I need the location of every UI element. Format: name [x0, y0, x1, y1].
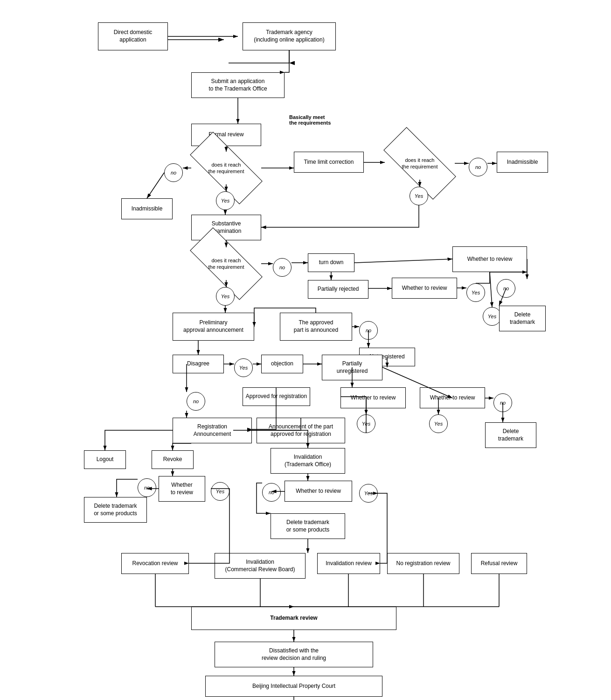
- approved-registration-box: Approved for registration: [243, 387, 310, 406]
- svg-line-22: [354, 259, 452, 263]
- dissatisfied-box: Dissatisfied with the review decision an…: [215, 642, 373, 667]
- circle-no-wr5-left: no: [138, 478, 156, 497]
- circle-no-1: no: [164, 163, 183, 182]
- circle-yes-wr1: Yes: [483, 307, 501, 326]
- no-registration-review-box: No registration review: [387, 553, 459, 574]
- whether-review-2-box: Whether to review: [392, 278, 457, 299]
- objection-box: objection: [261, 355, 303, 373]
- circle-yes-wr3: Yes: [357, 414, 375, 433]
- preliminary-approval-box: Preliminary approval announcement: [173, 313, 254, 341]
- circle-no-wr4: no: [493, 393, 512, 412]
- trademark-review-box: Trademark review: [191, 607, 396, 630]
- approved-part-announced-box: The approved part is announced: [280, 313, 352, 341]
- whether-review-4-box: Whether to review: [420, 387, 485, 408]
- turn-down-box: turn down: [308, 253, 354, 272]
- circle-no-wr6: no: [262, 483, 281, 502]
- circle-yes-wr4: Yes: [429, 414, 448, 433]
- substantive-examination-box: Substantive examination: [191, 215, 261, 240]
- svg-line-28: [490, 272, 492, 307]
- invalidation-review-box: Invalidation review: [317, 553, 380, 574]
- circle-yes-1: Yes: [216, 191, 235, 210]
- submit-application-box: Submit an application to the Trademark O…: [191, 72, 285, 98]
- basically-meet-label: Basically meet the requirements: [289, 114, 331, 126]
- circle-yes-2: Yes: [410, 187, 428, 205]
- circle-yes-dis: Yes: [234, 358, 253, 377]
- connection-arrows: [61, 5, 550, 695]
- direct-application-box: Direct domestic application: [98, 22, 168, 50]
- circle-no-wr1: no: [497, 279, 515, 298]
- partially-rejected-box: Partially rejected: [308, 280, 368, 299]
- diamond-reach-1: does it reachthe requirement: [191, 152, 261, 184]
- circle-yes-wr5: Yes: [211, 482, 229, 501]
- announcement-approved-box: Announcement of the part approved for re…: [257, 418, 345, 443]
- time-limit-correction-box: Time limit correction: [294, 152, 364, 173]
- disagree-box: Disagree: [173, 355, 224, 373]
- circle-no-3: no: [273, 258, 292, 277]
- inadmissible-2-box: Inadmissible: [121, 198, 173, 219]
- circle-no-2: no: [469, 158, 487, 176]
- refusal-review-box: Refusal review: [471, 553, 527, 574]
- svg-line-11: [147, 173, 164, 198]
- flowchart-container: Direct domestic application Trademark ag…: [61, 5, 550, 695]
- arrows-svg: [61, 5, 550, 695]
- circle-yes-3: Yes: [216, 287, 235, 306]
- diamond-reach-3: does it reachthe requirement: [191, 247, 261, 280]
- trademark-agency-box: Trademark agency (including online appli…: [243, 22, 336, 50]
- revoke-box: Revoke: [152, 450, 194, 469]
- partially-unregistered-box: Partially unregistered: [322, 355, 382, 380]
- registration-announcement-box: Registration Announcement: [173, 418, 252, 443]
- invalidation-office-box: Invalidation (Trademark Office): [271, 448, 345, 474]
- whether-to-review-5-box: Whether to review: [159, 476, 205, 502]
- logout-box: Logout: [84, 450, 126, 469]
- beijing-ip-court-box: Beijing Intellectual Property Court: [205, 676, 382, 697]
- delete-trademark-products-2-box: Delete trademark or some products: [271, 513, 345, 539]
- invalidation-commercial-box: Invalidation (Commercial Review Board): [215, 553, 306, 579]
- revocation-review-box: Revocation review: [121, 553, 189, 574]
- delete-trademark-1-box: Delete trademark: [499, 306, 546, 331]
- whether-review-1-box: Whether to review: [452, 246, 527, 272]
- inadmissible-1-box: Inadmissible: [497, 152, 548, 173]
- circle-no-reg: no: [187, 392, 205, 411]
- delete-trademark-2-box: Delete trademark: [485, 422, 536, 448]
- circle-yes-wr6: Yes: [359, 484, 378, 503]
- diamond-reach-2: does it reachthe requirement: [385, 147, 455, 180]
- whether-review-3-box: Whether to review: [340, 387, 406, 408]
- delete-trademark-products-box: Delete trademark or some products: [84, 497, 147, 523]
- circle-yes-wr2: Yes: [466, 283, 485, 302]
- whether-review-6-box: Whether to review: [285, 481, 352, 502]
- circle-no-ap: no: [359, 321, 378, 340]
